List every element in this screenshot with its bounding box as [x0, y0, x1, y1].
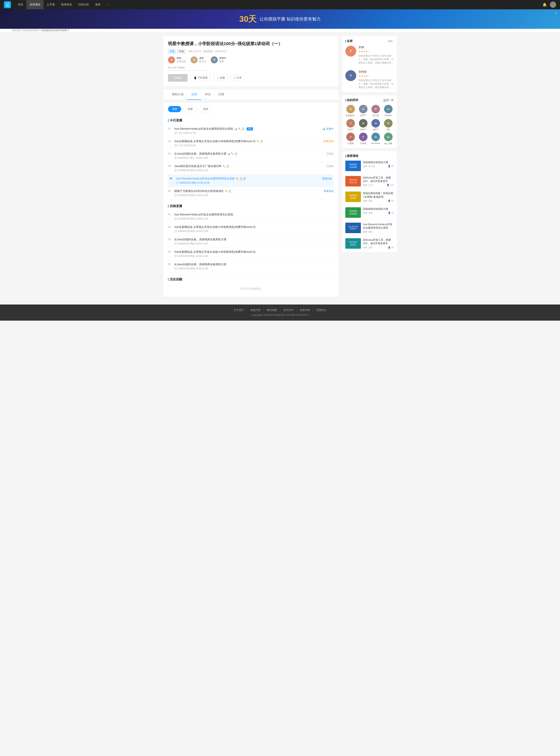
classmates-grid: 化 化学教书... 15 1567** 张 张小田 Ch Charles 17	[345, 105, 394, 145]
lesson-num: 02	[168, 140, 172, 142]
rec-item-2[interactable]: 前端全栈加强版 前端全栈加强版！前端全栈+全周期+多端应用 讲师: 岳田 👤 5…	[345, 192, 394, 205]
rec-item-0[interactable]: 高级电商全线系统 高级电商全线系统大课 讲师: 张小锋 👤 34	[345, 161, 394, 174]
tab-qa[interactable]: 问答	[215, 89, 228, 100]
banner-text: 让你摆脱平庸 知识使你更有魅力	[260, 16, 321, 22]
footer-links: 关于我们 加盟代理 网站地图 合作伙伴 免责声明 招贤纳士	[4, 309, 556, 312]
footer-about[interactable]: 关于我们	[231, 309, 247, 312]
main-layout: 明星中教授课，小学阶段语法100分–强化级第1讲动词（一） 直播 录播 246人…	[163, 32, 397, 301]
teachers-pagination[interactable]: 1/10 ›	[387, 40, 394, 43]
lesson-time-text: 2020/02/26 周四 10:00-11:00	[178, 194, 208, 197]
tab-intro[interactable]: 课程介绍	[168, 89, 187, 100]
lesson-num: 01	[168, 213, 172, 216]
sidebar-teacher-2-name: 宋利坚	[359, 70, 394, 74]
rec-teacher-5: 讲师: 岳田	[363, 246, 373, 249]
rec-item-3[interactable]: 高级电商全线系统 高级电商全线系统大课 讲师: 冷峰 👤 40	[345, 207, 394, 220]
lesson-time-text: 2020/02/26 周四 10:00-11:00	[179, 181, 209, 184]
banner-close[interactable]: ×	[555, 11, 557, 15]
breadcrumb-series[interactable]: 新媒体营销系列	[23, 29, 39, 32]
rec-title-2: 前端全栈加强版！前端全栈+全周期+多端应用	[363, 192, 394, 199]
lesson-title-text: Vue Element+Node.js开发企业通用管理后台系统	[174, 213, 233, 216]
rec-thumb-3: 高级电商全线系统	[345, 207, 361, 218]
lesson-time-text: 2020/02/26 周四 10:00-11:00	[178, 267, 208, 270]
subtab-face[interactable]: 面授	[199, 106, 212, 112]
nav-qa[interactable]: 问答社区	[75, 0, 92, 9]
classmate-summers: Su Summers	[371, 133, 381, 145]
classmate-4: 17 1767**	[345, 119, 356, 131]
nav-questions[interactable]: 题库	[92, 0, 104, 9]
share-button[interactable]: ↗ 分享	[231, 75, 245, 81]
subtab-section: 直播 录播 面授	[163, 103, 338, 112]
rec-students-5: 👤 46	[388, 246, 394, 249]
tab-catalog[interactable]: 目录	[187, 89, 201, 100]
teacher-3-name: 青青平	[219, 57, 226, 60]
recommended-title: 推荐课程	[345, 154, 394, 158]
footer-sitemap[interactable]: 网站地图	[264, 309, 280, 312]
lesson-status[interactable]: 查看回放	[322, 177, 332, 180]
footer-disclaimer[interactable]: 免责声明	[297, 309, 313, 312]
footer: 关于我们 加盟代理 网站地图 合作伙伴 免责声明 招贤纳士 Copyright®…	[0, 304, 560, 321]
lesson-item: 01 Vue Element+Node.js开发企业通用管理后台系统 🕐 202…	[168, 211, 334, 223]
nav-open-course[interactable]: 公开课	[43, 0, 58, 9]
course-title: 明星中教授课，小学阶段语法100分–强化级第1讲动词（一）	[168, 41, 334, 47]
lesson-item: 01 Vue Element+Node.js开发企业通用管理后台系统 📊 ✏️ …	[168, 125, 334, 137]
sidebar-teacher-2-desc: 国内某重点大学安全工程专业硕士，国家一级注册消防工程师、注册安全工程师、级注册建…	[359, 79, 394, 89]
nav-more[interactable]: ···	[104, 0, 113, 9]
lesson-num: 05	[168, 263, 172, 265]
rec-teacher-4: 讲师: 张田	[363, 231, 373, 233]
nav-discover[interactable]: 发现课程	[26, 0, 43, 9]
lesson-title-text: Vue全家桶实战 从零独立开发企业级小米电商系统(免费升级Vue3.0)	[174, 250, 255, 254]
lesson-status: 已结束	[326, 164, 334, 168]
rec-item-1[interactable]: 玩转Java开发工具 玩转Java开发工具，精通JUC，成为开发多面手 讲师: …	[345, 176, 394, 189]
logo[interactable]: 云朵课堂	[4, 1, 11, 8]
classmate-0: 化 化学教书...	[345, 105, 356, 117]
breadcrumb-discover[interactable]: 发现课程	[12, 29, 21, 32]
classmate-9: 大 大笨狼	[358, 133, 369, 145]
future-live-title: 后续直播	[168, 204, 334, 208]
footer-agent[interactable]: 加盟代理	[247, 309, 264, 312]
refresh-classmates-button[interactable]: 🔄 换一换	[383, 99, 394, 102]
lesson-num: 03	[168, 152, 172, 155]
footer-recruit[interactable]: 招贤纳士	[313, 309, 329, 312]
rec-item-5[interactable]: 玩转Java多面手 玩转Java开发工具，精通JUC，成为开发多面手 讲师: 岳…	[345, 238, 394, 249]
classmate-charles: Ch Charles	[383, 105, 394, 117]
course-meta: 246人已学习 · 有效期至：2019-10-21	[188, 50, 227, 53]
course-tags: 直播 录播 246人已学习 · 有效期至：2019-10-21	[168, 49, 334, 54]
lesson-title-text: 从Java后端到全栈，高级电商全栈系统大课	[174, 263, 226, 266]
course-actions: 已购买 📱 手机观看 ☆ 收藏 ↗ 分享	[168, 74, 334, 82]
lesson-time-text: 今日 10:00-11:00	[178, 132, 196, 135]
bought-button[interactable]: 已购买	[168, 74, 188, 82]
footer-copyright: Copyright® 云朵崇学院 版权所有 京ICP备17051340号-1	[4, 314, 556, 317]
lesson-item: 04 Vue全家桶实战 从零独立开发企业级小米电商系统(免费升级Vue3.0) …	[168, 248, 334, 260]
nav-home[interactable]: 首页	[15, 0, 26, 9]
sidebar-teacher-1-desc: 国内某重点大学安全工程专业硕士，国家一级注册消防工程师、注册安全工程师、高级注册…	[359, 54, 394, 64]
teachers-card: 名师 1/10 › 罗 罗静 ★★★★☆ 国内某重点大学安全工程专业硕士，国家一…	[342, 36, 397, 92]
footer-partner[interactable]: 合作伙伴	[280, 309, 297, 312]
tab-list: 课程介绍 目录 评论 问答	[168, 89, 334, 100]
sidebar-teacher-1: 罗 罗静 ★★★★☆ 国内某重点大学安全工程专业硕士，国家一级注册消防工程师、注…	[345, 46, 394, 67]
subtab-live[interactable]: 直播	[168, 106, 181, 112]
rec-title-0: 高级电商全线系统大课	[363, 161, 394, 164]
notification-bell[interactable]: 🔔	[542, 2, 547, 7]
lesson-num: 02	[168, 225, 172, 228]
sidebar-teacher-1-avatar: 罗	[345, 46, 356, 57]
lesson-status[interactable]: 查看回放	[323, 190, 334, 193]
user-avatar[interactable]	[550, 2, 556, 8]
rec-students-3: 👤 40	[388, 212, 394, 215]
teacher-2-name: 凌荷	[199, 57, 206, 60]
nav-news[interactable]: 新闻资讯	[58, 0, 75, 9]
lesson-status: 已结束	[326, 152, 334, 156]
mobile-watch-button[interactable]: 📱 手机观看	[191, 75, 211, 81]
rec-teacher-3: 讲师: 冷峰	[363, 212, 373, 215]
rec-thumb-1: 玩转Java开发工具	[345, 176, 361, 186]
rec-item-4[interactable]: Vue Element管理后台 Vue Element+Node.js开发企业通…	[345, 223, 394, 236]
subtab-record[interactable]: 录播	[183, 106, 197, 112]
navigation: 云朵课堂 首页 发现课程 公开课 新闻资讯 问答社区 题库 ··· 🔔	[0, 0, 560, 9]
rec-thumb-0: 高级电商全线系统	[345, 161, 361, 171]
tab-comments[interactable]: 评论	[201, 89, 215, 100]
lesson-item: 05 Vue Element+Node.js开发企业通用管理后台系统 ✏️ 📋 …	[168, 175, 334, 187]
lesson-title-text: 从Java后端到全栈，高级电商全栈系统大课	[174, 152, 226, 156]
collect-button[interactable]: ☆ 收藏	[214, 75, 228, 81]
banner-highlight: 30天	[239, 14, 257, 24]
rec-thumb-2: 前端全栈加强版	[345, 192, 361, 202]
lesson-status: 即将开始	[323, 140, 334, 143]
